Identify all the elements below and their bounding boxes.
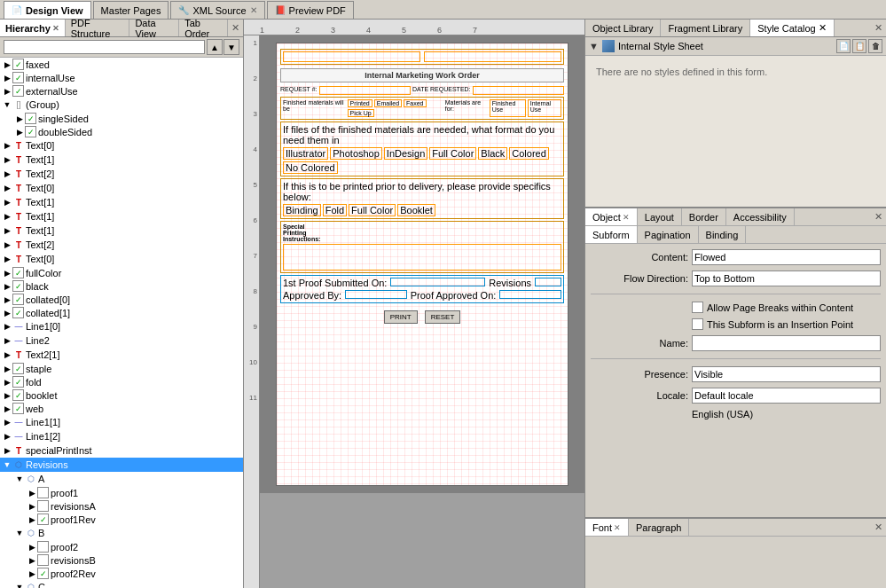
tree-checkbox-web[interactable] bbox=[12, 403, 24, 414]
subtab-binding[interactable]: Binding bbox=[699, 226, 747, 243]
tree-checkbox-fold[interactable] bbox=[12, 376, 24, 388]
style-expand-icon[interactable]: ▼ bbox=[589, 41, 599, 51]
duplicate-style-button[interactable]: 📋 bbox=[852, 39, 866, 53]
date-input[interactable] bbox=[473, 86, 564, 95]
tree-toggle-Text1_3[interactable]: ▶ bbox=[2, 225, 12, 236]
opt-fullcolor2[interactable]: Full Color bbox=[349, 204, 396, 216]
tree-toggle-Text2_1b[interactable]: ▶ bbox=[2, 349, 12, 360]
tree-toggle-revisionsA[interactable]: ▶ bbox=[27, 501, 37, 512]
proof-approved-input[interactable] bbox=[499, 290, 561, 299]
tree-item-Text2_0[interactable]: ▶TText[2] bbox=[0, 167, 243, 181]
tree-item-C[interactable]: ▼⬡C bbox=[0, 580, 243, 588]
cb-faxed[interactable]: Faxed bbox=[404, 99, 426, 107]
tree-toggle-collated1[interactable]: ▶ bbox=[2, 308, 12, 318]
tree-item-specialPrintInst[interactable]: ▶TspecialPrintInst bbox=[0, 443, 243, 458]
tree-checkbox-internalUse1[interactable] bbox=[12, 72, 24, 83]
tree-toggle-Line1_2[interactable]: ▶ bbox=[2, 431, 12, 442]
tab-design-view[interactable]: 📄 Design View bbox=[4, 1, 91, 19]
tree-toggle-Line1_0[interactable]: ▶ bbox=[2, 321, 12, 332]
tree-toggle-Revisions[interactable]: ▼ bbox=[2, 459, 12, 470]
tree-toggle-faxed[interactable]: ▶ bbox=[2, 59, 12, 70]
request-input[interactable] bbox=[319, 86, 411, 95]
tab-style-catalog[interactable]: Style Catalog ✕ bbox=[750, 20, 834, 36]
tree-toggle-Text2_0[interactable]: ▶ bbox=[2, 169, 12, 179]
tree-item-Text1_1[interactable]: ▶TText[1] bbox=[0, 195, 243, 209]
revisions-input[interactable] bbox=[535, 278, 561, 286]
tree-item-Text1_0[interactable]: ▶TText[1] bbox=[0, 153, 243, 167]
tree-checkbox-collated1[interactable] bbox=[12, 307, 24, 318]
canvas-scroll[interactable]: Internal Marketing Work Order REQUEST #:… bbox=[260, 35, 584, 588]
opt-black[interactable]: Black bbox=[478, 147, 507, 160]
tree-toggle-Line2[interactable]: ▶ bbox=[2, 335, 12, 346]
new-style-button[interactable]: 📄 bbox=[836, 39, 851, 53]
tree-toggle-doubleSided[interactable]: ▶ bbox=[14, 127, 25, 137]
tree-checkbox-booklet[interactable] bbox=[12, 389, 24, 401]
tree-toggle-Text2_0b[interactable]: ▶ bbox=[2, 254, 12, 264]
tree-item-fullColor[interactable]: ▶fullColor bbox=[0, 266, 243, 279]
cb-emailed[interactable]: Emailed bbox=[374, 99, 402, 107]
tab-font[interactable]: Font ✕ bbox=[585, 519, 629, 536]
cb-printed[interactable]: Printed bbox=[348, 99, 372, 107]
tab-preview-pdf[interactable]: 📕 Preview PDF bbox=[267, 1, 354, 19]
up-button[interactable]: ▲ bbox=[207, 39, 223, 55]
proof-submitted-input[interactable] bbox=[390, 278, 485, 286]
subtab-pagination[interactable]: Pagination bbox=[638, 226, 699, 243]
tree-toggle-group[interactable]: ▼ bbox=[2, 99, 12, 110]
tree-item-proof2Rev[interactable]: ▶proof2Rev bbox=[0, 567, 243, 580]
tree-toggle-Text2_1[interactable]: ▶ bbox=[2, 239, 12, 250]
delete-style-button[interactable]: 🗑 bbox=[868, 39, 882, 53]
tree-checkbox-collated0[interactable] bbox=[12, 294, 24, 305]
tree-item-web[interactable]: ▶web bbox=[0, 402, 243, 415]
page-breaks-check-input[interactable] bbox=[692, 302, 703, 313]
tree-toggle-Text0_0[interactable]: ▶ bbox=[2, 140, 12, 151]
tree-toggle-Text0_1[interactable]: ▶ bbox=[2, 183, 12, 193]
hierarchy-close-icon[interactable]: ✕ bbox=[52, 24, 59, 33]
object-panel-close-icon[interactable]: ✕ bbox=[871, 211, 886, 223]
tree-toggle-booklet[interactable]: ▶ bbox=[2, 390, 12, 401]
tab-object-library[interactable]: Object Library bbox=[585, 20, 661, 36]
xml-source-close-icon[interactable]: ✕ bbox=[250, 5, 257, 15]
tree-item-Line2[interactable]: ▶—Line2 bbox=[0, 333, 243, 348]
tree-toggle-fold[interactable]: ▶ bbox=[2, 377, 12, 388]
tree-toggle-staple[interactable]: ▶ bbox=[2, 364, 12, 374]
tree-checkbox-revisionsA[interactable] bbox=[37, 500, 49, 512]
tree-item-internalUse1[interactable]: ▶internalUse bbox=[0, 71, 243, 84]
tree-item-Text1_3[interactable]: ▶TText[1] bbox=[0, 223, 243, 238]
tree-item-group[interactable]: ▼[](Group) bbox=[0, 98, 243, 112]
tree-item-proof1Rev[interactable]: ▶proof1Rev bbox=[0, 513, 243, 526]
right-panel-close-icon[interactable]: ✕ bbox=[871, 22, 886, 34]
tree-toggle-fullColor[interactable]: ▶ bbox=[2, 268, 12, 278]
tree-item-Text2_0b[interactable]: ▶TText[0] bbox=[0, 252, 243, 266]
tree-item-Line1_2[interactable]: ▶—Line1[2] bbox=[0, 429, 243, 443]
tree-toggle-Text1_0[interactable]: ▶ bbox=[2, 154, 12, 165]
tree-item-A[interactable]: ▼⬡A bbox=[0, 472, 243, 486]
flow-direction-select[interactable]: Top to Bottom bbox=[692, 270, 881, 286]
font-tab-close-icon[interactable]: ✕ bbox=[614, 523, 621, 532]
approved-by-input[interactable] bbox=[345, 290, 407, 299]
tree-toggle-C[interactable]: ▼ bbox=[14, 582, 25, 588]
tree-checkbox-proof2[interactable] bbox=[37, 541, 49, 553]
tree-toggle-proof2[interactable]: ▶ bbox=[27, 542, 37, 553]
tree-toggle-collated0[interactable]: ▶ bbox=[2, 294, 12, 305]
tree-item-staple[interactable]: ▶staple bbox=[0, 362, 243, 375]
tree-toggle-Text1_2[interactable]: ▶ bbox=[2, 211, 12, 222]
tree-checkbox-black[interactable] bbox=[12, 280, 24, 292]
tab-paragraph[interactable]: Paragraph bbox=[629, 519, 689, 536]
cb-internal-use[interactable]: Internal Use bbox=[528, 99, 561, 117]
tree-item-revisionsB[interactable]: ▶revisionsB bbox=[0, 553, 243, 567]
tree-checkbox-doubleSided[interactable] bbox=[25, 126, 36, 137]
tree-item-Revisions[interactable]: ▼⬡Revisions bbox=[0, 458, 243, 472]
tab-accessibility[interactable]: Accessibility bbox=[726, 208, 795, 225]
tree-checkbox-proof1Rev[interactable] bbox=[37, 514, 49, 525]
tree-toggle-proof1[interactable]: ▶ bbox=[27, 488, 37, 498]
down-button[interactable]: ▼ bbox=[223, 39, 239, 55]
tree-item-Line1_0[interactable]: ▶—Line1[0] bbox=[0, 319, 243, 333]
name-input[interactable] bbox=[692, 335, 881, 351]
date-field[interactable] bbox=[424, 51, 561, 62]
tree-item-Text2_1b[interactable]: ▶TText2[1] bbox=[0, 348, 243, 362]
tree-checkbox-externalUse[interactable] bbox=[12, 85, 24, 97]
left-panel-close-icon[interactable]: ✕ bbox=[228, 22, 243, 34]
opt-fullcolor[interactable]: Full Color bbox=[429, 147, 476, 160]
tree-checkbox-proof2Rev[interactable] bbox=[37, 568, 49, 579]
content-select[interactable]: Flowed bbox=[692, 249, 881, 265]
